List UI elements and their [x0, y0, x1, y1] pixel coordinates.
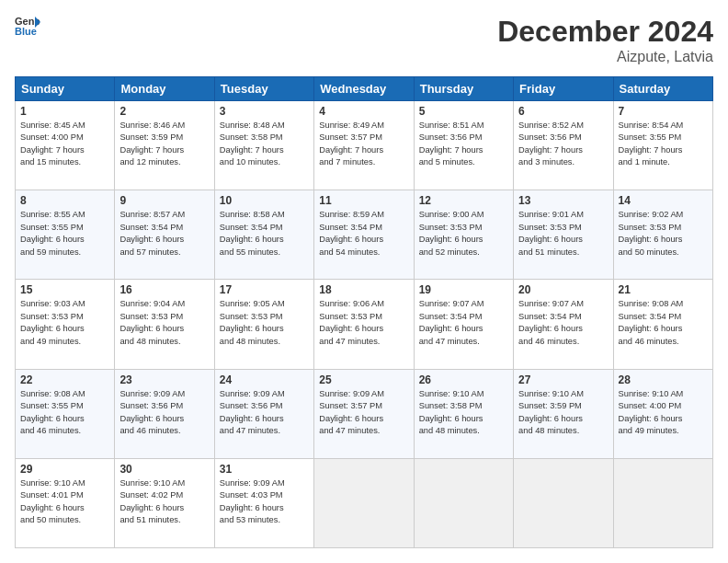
calendar-cell: 13Sunrise: 9:01 AM Sunset: 3:53 PM Dayli…	[514, 190, 613, 280]
calendar-cell: 30Sunrise: 9:10 AM Sunset: 4:02 PM Dayli…	[115, 458, 214, 547]
day-number: 11	[319, 194, 408, 207]
day-number: 6	[518, 105, 608, 118]
month-title: December 2024	[497, 15, 713, 49]
day-number: 22	[20, 373, 109, 386]
day-number: 31	[220, 463, 309, 476]
day-info: Sunrise: 9:07 AM Sunset: 3:54 PM Dayligh…	[419, 298, 508, 348]
weekday-thursday: Thursday	[414, 77, 513, 101]
day-info: Sunrise: 8:57 AM Sunset: 3:54 PM Dayligh…	[119, 209, 209, 259]
day-info: Sunrise: 9:09 AM Sunset: 3:57 PM Dayligh…	[319, 388, 408, 438]
day-info: Sunrise: 9:10 AM Sunset: 4:00 PM Dayligh…	[619, 388, 708, 438]
calendar-cell: 20Sunrise: 9:07 AM Sunset: 3:54 PM Dayli…	[514, 280, 613, 369]
day-number: 15	[20, 283, 109, 296]
calendar-cell: 6Sunrise: 8:52 AM Sunset: 3:56 PM Daylig…	[514, 101, 613, 190]
week-row-3: 22Sunrise: 9:08 AM Sunset: 3:55 PM Dayli…	[16, 369, 713, 458]
day-number: 10	[220, 194, 309, 207]
day-info: Sunrise: 8:49 AM Sunset: 3:57 PM Dayligh…	[319, 120, 408, 169]
day-info: Sunrise: 9:09 AM Sunset: 3:56 PM Dayligh…	[119, 388, 209, 438]
calendar-cell: 29Sunrise: 9:10 AM Sunset: 4:01 PM Dayli…	[16, 458, 115, 547]
day-info: Sunrise: 9:09 AM Sunset: 4:03 PM Dayligh…	[220, 477, 309, 527]
calendar-cell: 31Sunrise: 9:09 AM Sunset: 4:03 PM Dayli…	[214, 458, 313, 547]
calendar-cell	[613, 458, 712, 547]
weekday-wednesday: Wednesday	[314, 77, 414, 101]
day-number: 23	[119, 373, 209, 386]
day-number: 3	[220, 105, 309, 118]
day-info: Sunrise: 8:58 AM Sunset: 3:54 PM Dayligh…	[220, 209, 309, 259]
calendar-cell: 26Sunrise: 9:10 AM Sunset: 3:58 PM Dayli…	[414, 369, 513, 458]
calendar-cell: 15Sunrise: 9:03 AM Sunset: 3:53 PM Dayli…	[16, 280, 115, 369]
day-number: 16	[119, 283, 209, 296]
subtitle: Aizpute, Latvia	[497, 49, 713, 65]
calendar-cell: 11Sunrise: 8:59 AM Sunset: 3:54 PM Dayli…	[314, 190, 414, 280]
calendar-cell	[414, 458, 513, 547]
calendar-cell: 23Sunrise: 9:09 AM Sunset: 3:56 PM Dayli…	[115, 369, 214, 458]
calendar-cell: 25Sunrise: 9:09 AM Sunset: 3:57 PM Dayli…	[314, 369, 414, 458]
day-info: Sunrise: 9:01 AM Sunset: 3:53 PM Dayligh…	[518, 209, 608, 259]
calendar-cell: 27Sunrise: 9:10 AM Sunset: 3:59 PM Dayli…	[514, 369, 613, 458]
weekday-tuesday: Tuesday	[214, 77, 313, 101]
day-number: 5	[419, 105, 508, 118]
day-info: Sunrise: 9:02 AM Sunset: 3:53 PM Dayligh…	[619, 209, 708, 259]
logo-icon: General Blue	[15, 15, 40, 37]
day-number: 27	[518, 373, 608, 386]
title-block: December 2024 Aizpute, Latvia	[497, 15, 713, 65]
calendar-cell: 1Sunrise: 8:45 AM Sunset: 4:00 PM Daylig…	[16, 101, 115, 190]
day-number: 20	[518, 283, 608, 296]
calendar-cell: 5Sunrise: 8:51 AM Sunset: 3:56 PM Daylig…	[414, 101, 513, 190]
calendar-cell: 22Sunrise: 9:08 AM Sunset: 3:55 PM Dayli…	[16, 369, 115, 458]
day-info: Sunrise: 8:45 AM Sunset: 4:00 PM Dayligh…	[20, 120, 109, 169]
weekday-saturday: Saturday	[613, 77, 712, 101]
day-info: Sunrise: 8:48 AM Sunset: 3:58 PM Dayligh…	[220, 120, 309, 169]
day-info: Sunrise: 8:51 AM Sunset: 3:56 PM Dayligh…	[419, 120, 508, 169]
weekday-sunday: Sunday	[16, 77, 115, 101]
calendar-cell: 8Sunrise: 8:55 AM Sunset: 3:55 PM Daylig…	[16, 190, 115, 280]
day-number: 21	[619, 283, 708, 296]
day-number: 25	[319, 373, 408, 386]
calendar-cell	[514, 458, 613, 547]
header: General Blue December 2024 Aizpute, Latv…	[15, 15, 713, 65]
day-number: 18	[319, 283, 408, 296]
calendar-table: SundayMondayTuesdayWednesdayThursdayFrid…	[15, 76, 713, 548]
day-number: 30	[119, 463, 209, 476]
calendar-cell: 4Sunrise: 8:49 AM Sunset: 3:57 PM Daylig…	[314, 101, 414, 190]
day-number: 28	[619, 373, 708, 386]
day-info: Sunrise: 9:08 AM Sunset: 3:55 PM Dayligh…	[20, 388, 109, 438]
day-info: Sunrise: 9:10 AM Sunset: 3:59 PM Dayligh…	[518, 388, 608, 438]
day-number: 12	[419, 194, 508, 207]
day-info: Sunrise: 8:54 AM Sunset: 3:55 PM Dayligh…	[619, 120, 708, 169]
day-info: Sunrise: 9:04 AM Sunset: 3:53 PM Dayligh…	[119, 298, 209, 348]
day-info: Sunrise: 8:55 AM Sunset: 3:55 PM Dayligh…	[20, 209, 109, 259]
calendar-cell: 19Sunrise: 9:07 AM Sunset: 3:54 PM Dayli…	[414, 280, 513, 369]
day-number: 9	[119, 194, 209, 207]
day-number: 24	[220, 373, 309, 386]
day-info: Sunrise: 9:10 AM Sunset: 4:01 PM Dayligh…	[20, 477, 109, 527]
calendar-cell: 14Sunrise: 9:02 AM Sunset: 3:53 PM Dayli…	[613, 190, 712, 280]
week-row-1: 8Sunrise: 8:55 AM Sunset: 3:55 PM Daylig…	[16, 190, 713, 280]
weekday-monday: Monday	[115, 77, 214, 101]
calendar-cell: 16Sunrise: 9:04 AM Sunset: 3:53 PM Dayli…	[115, 280, 214, 369]
day-info: Sunrise: 9:05 AM Sunset: 3:53 PM Dayligh…	[220, 298, 309, 348]
week-row-0: 1Sunrise: 8:45 AM Sunset: 4:00 PM Daylig…	[16, 101, 713, 190]
page: General Blue December 2024 Aizpute, Latv…	[0, 0, 728, 563]
day-info: Sunrise: 9:00 AM Sunset: 3:53 PM Dayligh…	[419, 209, 508, 259]
day-number: 29	[20, 463, 109, 476]
calendar-cell: 10Sunrise: 8:58 AM Sunset: 3:54 PM Dayli…	[214, 190, 313, 280]
calendar-cell: 28Sunrise: 9:10 AM Sunset: 4:00 PM Dayli…	[613, 369, 712, 458]
calendar-cell: 21Sunrise: 9:08 AM Sunset: 3:54 PM Dayli…	[613, 280, 712, 369]
day-number: 7	[619, 105, 708, 118]
day-info: Sunrise: 9:07 AM Sunset: 3:54 PM Dayligh…	[518, 298, 608, 348]
day-info: Sunrise: 9:08 AM Sunset: 3:54 PM Dayligh…	[619, 298, 708, 348]
day-number: 17	[220, 283, 309, 296]
day-number: 13	[518, 194, 608, 207]
day-info: Sunrise: 8:59 AM Sunset: 3:54 PM Dayligh…	[319, 209, 408, 259]
calendar-cell	[314, 458, 414, 547]
calendar-cell: 9Sunrise: 8:57 AM Sunset: 3:54 PM Daylig…	[115, 190, 214, 280]
week-row-4: 29Sunrise: 9:10 AM Sunset: 4:01 PM Dayli…	[16, 458, 713, 547]
logo: General Blue	[15, 15, 40, 37]
day-number: 14	[619, 194, 708, 207]
day-info: Sunrise: 8:52 AM Sunset: 3:56 PM Dayligh…	[518, 120, 608, 169]
day-info: Sunrise: 9:09 AM Sunset: 3:56 PM Dayligh…	[220, 388, 309, 438]
day-info: Sunrise: 9:06 AM Sunset: 3:53 PM Dayligh…	[319, 298, 408, 348]
day-number: 1	[20, 105, 109, 118]
week-row-2: 15Sunrise: 9:03 AM Sunset: 3:53 PM Dayli…	[16, 280, 713, 369]
